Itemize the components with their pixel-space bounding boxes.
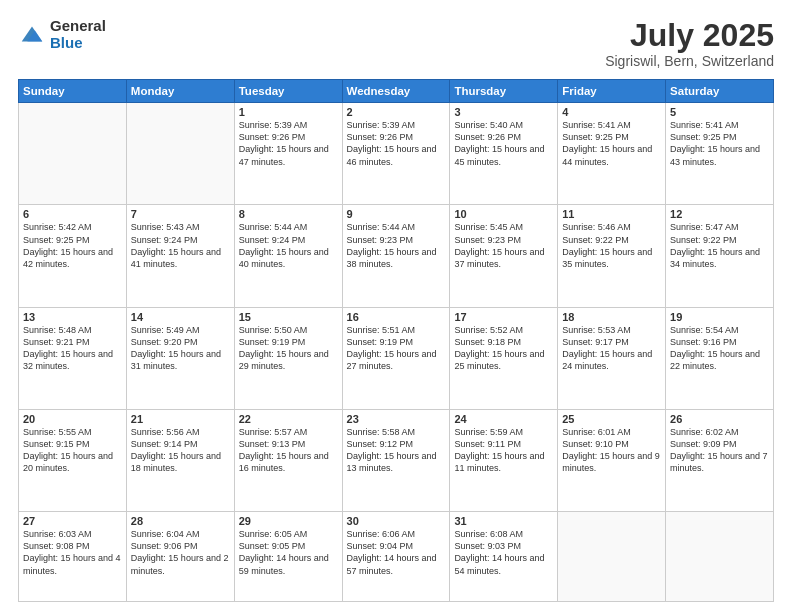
day-number: 14	[131, 311, 230, 323]
calendar-cell: 20Sunrise: 5:55 AMSunset: 9:15 PMDayligh…	[19, 409, 127, 511]
calendar-cell: 30Sunrise: 6:06 AMSunset: 9:04 PMDayligh…	[342, 512, 450, 602]
col-header-tuesday: Tuesday	[234, 80, 342, 103]
cell-info: Sunrise: 6:06 AMSunset: 9:04 PMDaylight:…	[347, 528, 446, 577]
calendar-cell: 12Sunrise: 5:47 AMSunset: 9:22 PMDayligh…	[666, 205, 774, 307]
day-number: 26	[670, 413, 769, 425]
calendar-cell: 6Sunrise: 5:42 AMSunset: 9:25 PMDaylight…	[19, 205, 127, 307]
cell-info: Sunrise: 5:52 AMSunset: 9:18 PMDaylight:…	[454, 324, 553, 373]
calendar-cell: 31Sunrise: 6:08 AMSunset: 9:03 PMDayligh…	[450, 512, 558, 602]
calendar-cell: 15Sunrise: 5:50 AMSunset: 9:19 PMDayligh…	[234, 307, 342, 409]
calendar-cell: 10Sunrise: 5:45 AMSunset: 9:23 PMDayligh…	[450, 205, 558, 307]
calendar-cell: 19Sunrise: 5:54 AMSunset: 9:16 PMDayligh…	[666, 307, 774, 409]
cell-info: Sunrise: 6:08 AMSunset: 9:03 PMDaylight:…	[454, 528, 553, 577]
cell-info: Sunrise: 5:50 AMSunset: 9:19 PMDaylight:…	[239, 324, 338, 373]
calendar-cell: 16Sunrise: 5:51 AMSunset: 9:19 PMDayligh…	[342, 307, 450, 409]
col-header-wednesday: Wednesday	[342, 80, 450, 103]
month-title: July 2025	[605, 18, 774, 53]
day-number: 6	[23, 208, 122, 220]
logo-blue: Blue	[50, 35, 106, 52]
cell-info: Sunrise: 5:58 AMSunset: 9:12 PMDaylight:…	[347, 426, 446, 475]
cell-info: Sunrise: 5:39 AMSunset: 9:26 PMDaylight:…	[239, 119, 338, 168]
calendar-header-row: SundayMondayTuesdayWednesdayThursdayFrid…	[19, 80, 774, 103]
day-number: 19	[670, 311, 769, 323]
calendar-cell	[19, 103, 127, 205]
day-number: 5	[670, 106, 769, 118]
calendar-cell	[126, 103, 234, 205]
calendar-cell: 26Sunrise: 6:02 AMSunset: 9:09 PMDayligh…	[666, 409, 774, 511]
day-number: 11	[562, 208, 661, 220]
calendar-cell: 1Sunrise: 5:39 AMSunset: 9:26 PMDaylight…	[234, 103, 342, 205]
logo-icon	[18, 21, 46, 49]
calendar-cell: 14Sunrise: 5:49 AMSunset: 9:20 PMDayligh…	[126, 307, 234, 409]
calendar-cell: 3Sunrise: 5:40 AMSunset: 9:26 PMDaylight…	[450, 103, 558, 205]
cell-info: Sunrise: 5:42 AMSunset: 9:25 PMDaylight:…	[23, 221, 122, 270]
cell-info: Sunrise: 5:44 AMSunset: 9:24 PMDaylight:…	[239, 221, 338, 270]
location-title: Sigriswil, Bern, Switzerland	[605, 53, 774, 69]
calendar-cell: 25Sunrise: 6:01 AMSunset: 9:10 PMDayligh…	[558, 409, 666, 511]
cell-info: Sunrise: 6:02 AMSunset: 9:09 PMDaylight:…	[670, 426, 769, 475]
calendar-cell: 8Sunrise: 5:44 AMSunset: 9:24 PMDaylight…	[234, 205, 342, 307]
cell-info: Sunrise: 6:04 AMSunset: 9:06 PMDaylight:…	[131, 528, 230, 577]
cell-info: Sunrise: 5:47 AMSunset: 9:22 PMDaylight:…	[670, 221, 769, 270]
calendar-cell: 18Sunrise: 5:53 AMSunset: 9:17 PMDayligh…	[558, 307, 666, 409]
day-number: 30	[347, 515, 446, 527]
day-number: 20	[23, 413, 122, 425]
cell-info: Sunrise: 5:57 AMSunset: 9:13 PMDaylight:…	[239, 426, 338, 475]
cell-info: Sunrise: 5:55 AMSunset: 9:15 PMDaylight:…	[23, 426, 122, 475]
cell-info: Sunrise: 5:41 AMSunset: 9:25 PMDaylight:…	[670, 119, 769, 168]
day-number: 2	[347, 106, 446, 118]
cell-info: Sunrise: 5:53 AMSunset: 9:17 PMDaylight:…	[562, 324, 661, 373]
cell-info: Sunrise: 6:05 AMSunset: 9:05 PMDaylight:…	[239, 528, 338, 577]
logo-text: General Blue	[50, 18, 106, 51]
calendar-cell: 28Sunrise: 6:04 AMSunset: 9:06 PMDayligh…	[126, 512, 234, 602]
day-number: 23	[347, 413, 446, 425]
cell-info: Sunrise: 5:39 AMSunset: 9:26 PMDaylight:…	[347, 119, 446, 168]
week-row-5: 27Sunrise: 6:03 AMSunset: 9:08 PMDayligh…	[19, 512, 774, 602]
day-number: 31	[454, 515, 553, 527]
cell-info: Sunrise: 5:48 AMSunset: 9:21 PMDaylight:…	[23, 324, 122, 373]
col-header-thursday: Thursday	[450, 80, 558, 103]
calendar-cell: 27Sunrise: 6:03 AMSunset: 9:08 PMDayligh…	[19, 512, 127, 602]
day-number: 12	[670, 208, 769, 220]
calendar-cell: 4Sunrise: 5:41 AMSunset: 9:25 PMDaylight…	[558, 103, 666, 205]
week-row-2: 6Sunrise: 5:42 AMSunset: 9:25 PMDaylight…	[19, 205, 774, 307]
cell-info: Sunrise: 5:45 AMSunset: 9:23 PMDaylight:…	[454, 221, 553, 270]
cell-info: Sunrise: 5:41 AMSunset: 9:25 PMDaylight:…	[562, 119, 661, 168]
col-header-friday: Friday	[558, 80, 666, 103]
day-number: 24	[454, 413, 553, 425]
calendar-cell: 11Sunrise: 5:46 AMSunset: 9:22 PMDayligh…	[558, 205, 666, 307]
col-header-saturday: Saturday	[666, 80, 774, 103]
day-number: 8	[239, 208, 338, 220]
calendar-cell: 7Sunrise: 5:43 AMSunset: 9:24 PMDaylight…	[126, 205, 234, 307]
calendar-cell: 5Sunrise: 5:41 AMSunset: 9:25 PMDaylight…	[666, 103, 774, 205]
cell-info: Sunrise: 5:56 AMSunset: 9:14 PMDaylight:…	[131, 426, 230, 475]
day-number: 17	[454, 311, 553, 323]
page: General Blue July 2025 Sigriswil, Bern, …	[0, 0, 792, 612]
cell-info: Sunrise: 5:46 AMSunset: 9:22 PMDaylight:…	[562, 221, 661, 270]
cell-info: Sunrise: 5:59 AMSunset: 9:11 PMDaylight:…	[454, 426, 553, 475]
day-number: 13	[23, 311, 122, 323]
day-number: 15	[239, 311, 338, 323]
cell-info: Sunrise: 6:01 AMSunset: 9:10 PMDaylight:…	[562, 426, 661, 475]
cell-info: Sunrise: 6:03 AMSunset: 9:08 PMDaylight:…	[23, 528, 122, 577]
week-row-4: 20Sunrise: 5:55 AMSunset: 9:15 PMDayligh…	[19, 409, 774, 511]
day-number: 28	[131, 515, 230, 527]
calendar-cell: 9Sunrise: 5:44 AMSunset: 9:23 PMDaylight…	[342, 205, 450, 307]
day-number: 29	[239, 515, 338, 527]
day-number: 16	[347, 311, 446, 323]
calendar-cell	[558, 512, 666, 602]
day-number: 3	[454, 106, 553, 118]
title-area: July 2025 Sigriswil, Bern, Switzerland	[605, 18, 774, 69]
day-number: 4	[562, 106, 661, 118]
calendar-cell: 13Sunrise: 5:48 AMSunset: 9:21 PMDayligh…	[19, 307, 127, 409]
week-row-3: 13Sunrise: 5:48 AMSunset: 9:21 PMDayligh…	[19, 307, 774, 409]
calendar-table: SundayMondayTuesdayWednesdayThursdayFrid…	[18, 79, 774, 602]
calendar-cell: 17Sunrise: 5:52 AMSunset: 9:18 PMDayligh…	[450, 307, 558, 409]
calendar-cell: 23Sunrise: 5:58 AMSunset: 9:12 PMDayligh…	[342, 409, 450, 511]
day-number: 1	[239, 106, 338, 118]
day-number: 10	[454, 208, 553, 220]
calendar-cell: 21Sunrise: 5:56 AMSunset: 9:14 PMDayligh…	[126, 409, 234, 511]
calendar-cell: 24Sunrise: 5:59 AMSunset: 9:11 PMDayligh…	[450, 409, 558, 511]
cell-info: Sunrise: 5:44 AMSunset: 9:23 PMDaylight:…	[347, 221, 446, 270]
day-number: 25	[562, 413, 661, 425]
